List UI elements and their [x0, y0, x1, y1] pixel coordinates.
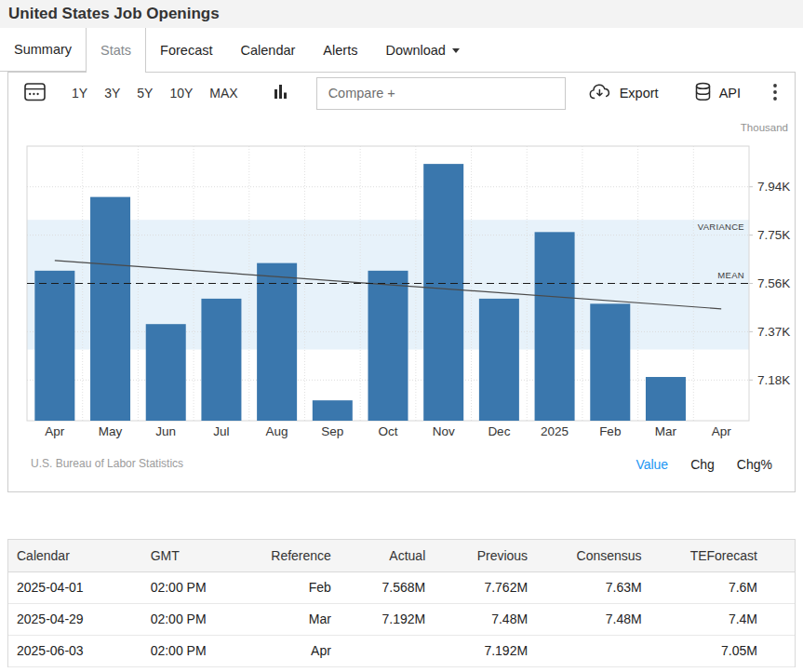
- calendar-table: Calendar GMT Reference Actual Previous C…: [8, 540, 795, 667]
- bar-Apr[interactable]: [34, 271, 74, 421]
- col-gmt: GMT: [142, 540, 252, 571]
- range-3y-button[interactable]: 3Y: [96, 86, 128, 101]
- y-axis-label: 7.37K: [757, 325, 790, 339]
- source-attribution: U.S. Bureau of Labor Statistics: [31, 457, 183, 470]
- x-axis-label: Mar: [655, 424, 677, 438]
- x-axis-label: Feb: [599, 424, 621, 438]
- x-axis-label: Apr: [712, 424, 732, 438]
- bar-Nov[interactable]: [423, 164, 463, 421]
- export-button[interactable]: Export: [582, 83, 664, 104]
- page-title: United States Job Openings: [8, 5, 220, 23]
- compare-input[interactable]: [316, 77, 566, 110]
- database-icon: [694, 82, 712, 104]
- bar-May[interactable]: [90, 197, 130, 421]
- col-actual: Actual: [339, 540, 433, 571]
- mode-chg-button[interactable]: Chg: [690, 457, 715, 472]
- api-button[interactable]: API: [689, 82, 746, 104]
- bar-Jul[interactable]: [201, 299, 241, 421]
- x-axis-label: Jun: [155, 424, 176, 438]
- table-row[interactable]: 2025-04-01 02:00 PM Feb 7.568M 7.762M 7.…: [8, 571, 795, 603]
- mode-chgpct-button[interactable]: Chg%: [737, 457, 772, 472]
- chart-toolbar: 1Y 3Y 5Y 10Y MAX: [8, 73, 795, 114]
- tab-calendar[interactable]: Calendar: [227, 28, 310, 72]
- col-reference: Reference: [252, 540, 339, 571]
- chart-area: 7.94K7.75K7.56K7.37K7.18KVARIANCEMEANApr…: [8, 114, 795, 445]
- range-max-button[interactable]: MAX: [201, 86, 246, 101]
- x-axis-label: Jul: [213, 424, 229, 438]
- mode-value-button[interactable]: Value: [636, 457, 668, 472]
- chart-footer: U.S. Bureau of Labor Statistics Value Ch…: [8, 445, 795, 491]
- value-mode-switch: Value Chg Chg%: [636, 457, 772, 472]
- y-axis-label: 7.18K: [757, 373, 790, 387]
- x-axis-label: May: [99, 424, 123, 438]
- kebab-menu-icon: [772, 83, 778, 104]
- calendar-table-section: Calendar GMT Reference Actual Previous C…: [7, 539, 796, 667]
- y-axis-label: 7.75K: [757, 228, 790, 242]
- y-axis-label: 7.56K: [757, 276, 790, 290]
- variance-label: VARIANCE: [698, 222, 744, 232]
- tab-download[interactable]: Download: [371, 28, 474, 72]
- range-selector: 1Y 3Y 5Y 10Y MAX: [63, 86, 247, 101]
- x-axis-label: Nov: [433, 424, 455, 438]
- bar-Sep[interactable]: [313, 400, 353, 421]
- col-teforecast: TEForecast: [649, 540, 795, 571]
- bar-Aug[interactable]: [257, 263, 297, 421]
- chevron-down-icon: [452, 48, 460, 53]
- range-1y-button[interactable]: 1Y: [63, 86, 96, 101]
- bar-Jun[interactable]: [146, 324, 186, 421]
- bar-Oct[interactable]: [368, 271, 408, 421]
- y-axis-label: 7.94K: [757, 180, 790, 194]
- tab-stats[interactable]: Stats: [87, 28, 146, 73]
- table-row[interactable]: 2025-06-03 02:00 PM Apr 7.192M 7.05M: [8, 635, 795, 666]
- tab-bar: Summary Stats Forecast Calendar Alerts D…: [0, 28, 803, 72]
- range-10y-button[interactable]: 10Y: [161, 86, 201, 101]
- chart-type-button[interactable]: [267, 84, 294, 102]
- x-axis-label: Oct: [378, 424, 397, 438]
- job-openings-bar-chart: 7.94K7.75K7.56K7.37K7.18KVARIANCEMEANApr…: [8, 114, 795, 445]
- x-axis-label: 2025: [541, 424, 569, 438]
- col-previous: Previous: [433, 540, 535, 571]
- page-header: United States Job Openings: [0, 0, 803, 28]
- x-axis-label: Aug: [266, 424, 288, 438]
- col-calendar: Calendar: [8, 540, 142, 571]
- bar-Mar[interactable]: [646, 377, 686, 421]
- bar-Feb[interactable]: [590, 303, 630, 421]
- range-5y-button[interactable]: 5Y: [128, 86, 161, 101]
- bar-2025[interactable]: [535, 232, 575, 421]
- calendar-icon: [23, 81, 47, 105]
- axis-unit-label: Thousand: [741, 122, 788, 133]
- tab-forecast[interactable]: Forecast: [146, 28, 226, 72]
- cloud-download-icon: [587, 83, 612, 104]
- more-options-button[interactable]: [767, 83, 783, 104]
- tab-alerts[interactable]: Alerts: [309, 28, 371, 72]
- col-consensus: Consensus: [535, 540, 649, 571]
- date-range-button[interactable]: [18, 81, 52, 105]
- x-axis-label: Dec: [488, 424, 510, 438]
- stats-panel: 1Y 3Y 5Y 10Y MAX: [7, 72, 796, 492]
- x-axis-label: Sep: [321, 424, 343, 438]
- column-chart-icon: [273, 84, 288, 102]
- table-header-row: Calendar GMT Reference Actual Previous C…: [8, 540, 795, 571]
- x-axis-label: Apr: [45, 424, 65, 438]
- mean-label: MEAN: [717, 270, 744, 280]
- table-row[interactable]: 2025-04-29 02:00 PM Mar 7.192M 7.48M 7.4…: [8, 603, 795, 635]
- tab-summary[interactable]: Summary: [0, 28, 87, 72]
- bar-Dec[interactable]: [479, 299, 519, 421]
